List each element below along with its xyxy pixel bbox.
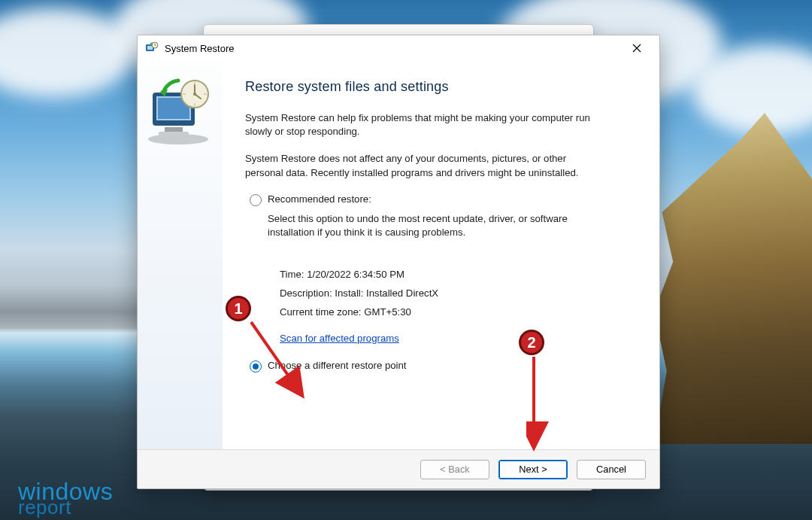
time-value: 1/20/2022 6:34:50 PM [307, 269, 404, 280]
close-icon [632, 44, 641, 53]
intro-paragraph-2: System Restore does not affect any of yo… [245, 152, 606, 179]
timezone-label: Current time zone: [280, 306, 361, 318]
watermark: windows report [18, 480, 113, 517]
time-label: Time: [280, 269, 304, 280]
svg-rect-8 [159, 132, 189, 136]
choose-different-label[interactable]: Choose a different restore point [268, 360, 407, 371]
system-restore-icon [145, 41, 159, 55]
recommended-restore-label[interactable]: Recommended restore: [268, 193, 371, 205]
wizard-content: Restore system files and settings System… [223, 61, 659, 449]
window-title: System Restore [165, 43, 234, 54]
close-button[interactable] [622, 37, 652, 59]
restore-point-details: Time: 1/20/2022 6:34:50 PM Description: … [280, 265, 637, 321]
annotation-badge-2: 2 [519, 330, 544, 355]
scan-affected-programs-link[interactable]: Scan for affected programs [280, 333, 399, 344]
recommended-restore-description: Select this option to undo the most rece… [268, 212, 568, 239]
radio-unselected-icon[interactable] [250, 194, 262, 206]
back-button: < Back [420, 460, 489, 479]
wizard-sidebar [138, 61, 223, 449]
radio-selected-icon[interactable] [250, 360, 262, 373]
system-restore-large-icon [142, 75, 217, 150]
description-value: Install: Installed DirectX [335, 287, 438, 299]
svg-rect-7 [165, 127, 183, 132]
annotation-badge-1: 1 [226, 296, 251, 321]
desktop-background: ✕ System Restore [0, 0, 812, 520]
intro-paragraph-1: System Restore can help fix problems tha… [245, 111, 606, 138]
cancel-button[interactable]: Cancel [577, 460, 646, 479]
cliff-scenery [654, 113, 812, 444]
next-button[interactable]: Next > [498, 460, 568, 479]
title-bar: System Restore [138, 35, 659, 61]
choose-different-restore-option[interactable]: Choose a different restore point [250, 360, 637, 373]
recommended-restore-option[interactable]: Recommended restore: [250, 193, 637, 206]
system-restore-dialog: System Restore [137, 35, 660, 489]
timezone-value: GMT+5:30 [364, 306, 411, 318]
wizard-footer: < Back Next > Cancel [138, 449, 659, 488]
description-label: Description: [280, 287, 332, 299]
page-heading: Restore system files and settings [245, 79, 637, 95]
